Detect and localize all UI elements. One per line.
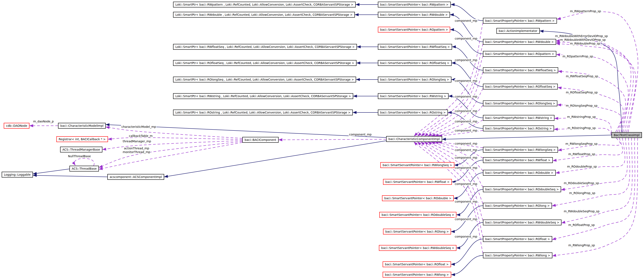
edge-label-component-mp: component_mp <box>454 58 478 62</box>
edge-label-m-rodoubleprop-sp: m_ROdoubleProp_sp <box>567 165 597 168</box>
edge-label-m-daonode-p: m_daoNode_p <box>33 120 54 123</box>
class-node-smartpropertypointer-rwpattern[interactable]: baci::SmartPropertyPointer< baci::RWpatt… <box>483 18 557 24</box>
class-node-cdb-daonode[interactable]: cdb::DAONode <box>4 123 30 129</box>
class-node-smartservantpointer-ropattern[interactable]: baci::SmartServantPointer< baci::ROpatte… <box>378 27 450 32</box>
class-node-bacicomponent[interactable]: baci::BACIComponent <box>242 137 278 143</box>
edge-label-component-mp: component_mp <box>454 19 478 22</box>
edge-label-component-mp: component_mp <box>454 218 478 221</box>
edge-label-m-rwlongprop-sp: m_RWlongProp_sp <box>568 244 595 247</box>
class-node-acscomponentimpl[interactable]: acscomponent::ACSComponentImpl <box>107 174 164 180</box>
class-node-smartpropertypointer-ropattern[interactable]: baci::SmartPropertyPointer< baci::ROpatt… <box>483 51 556 57</box>
edge-label-component-mp: component_mp <box>454 109 478 113</box>
edge-label-m-rostringprop-sp: m_ROstringProp_sp <box>567 126 596 130</box>
edge-label-m-rwdoubleprop-sp: m_RWdoubleProp_sp <box>570 42 601 45</box>
class-node-loki-smartptr-rostring[interactable]: Loki::SmartPtr< baci::ROstring , Loki::R… <box>173 110 353 115</box>
class-node-smartpropertypointer-rolong[interactable]: baci::SmartPropertyPointer< baci::ROlong… <box>483 203 552 209</box>
class-node-characteristicmodelimpl[interactable]: baci::CharacteristicModelImpl <box>58 123 106 129</box>
edge-label-threadmanager-mp: threadManager_mp <box>122 140 152 143</box>
class-node-smartpropertypointer-rofloat[interactable]: baci::SmartPropertyPointer< baci::ROfloa… <box>483 236 552 242</box>
class-node-loki-smartptr-rwpattern[interactable]: Loki::SmartPtr< baci::RWpattern , Loki::… <box>173 2 356 7</box>
class-node-smartservantpointer-rwfloat[interactable]: baci::SmartServantPointer< baci::RWfloat… <box>383 179 452 185</box>
class-node-smartservantpointer-rofloat[interactable]: baci::SmartServantPointer< baci::ROfloat… <box>383 262 451 267</box>
class-node-smartpropertypointer-rofloatseq[interactable]: baci::SmartPropertyPointer< baci::ROfloa… <box>483 84 558 89</box>
edge-label-m-rwstringprop-sp: m_RWstringProp_sp <box>567 115 596 118</box>
class-node-smartpropertypointer-rwdoubleseq[interactable]: baci::SmartPropertyPointer< baci::RWdoub… <box>483 220 562 225</box>
class-node-registrar-bacicallback[interactable]: Registrar< int, BACICallback * > <box>56 136 108 142</box>
edge-label-component-mp: component_mp <box>454 37 478 40</box>
edge-label-characteristicmodel-mp: characteristicModel_mp <box>121 125 156 128</box>
class-node-loki-smartptr-rwfloatseq[interactable]: Loki::SmartPtr< baci::RWfloatSeq , Loki:… <box>173 44 357 50</box>
edge-label-m-rwdoubleseqprop-sp: m_RWdoubleSeqProp_sp <box>563 210 600 213</box>
edge-label-component-mp: component_mp <box>454 182 478 186</box>
edge-label-component-mp: component_mp <box>454 120 478 123</box>
edge-label-monitorthread-mp: monitorThread_mp <box>122 150 151 154</box>
class-node-smartservantpointer-rodoubleseq[interactable]: baci::SmartServantPointer< baci::ROdoubl… <box>379 212 456 218</box>
collaboration-diagram: Loki::SmartPtr< baci::RWpattern , Loki::… <box>0 0 644 279</box>
class-node-smartpropertypointer-rwdouble[interactable]: baci::SmartPropertyPointer< baci::RWdoub… <box>483 39 556 45</box>
class-node-smartservantpointer-rwlong[interactable]: baci::SmartServantPointer< baci::RWlong … <box>383 272 451 278</box>
edge-label-component-mp: component_mp <box>454 156 478 159</box>
edge-label-component-mp: component_mp <box>349 133 372 136</box>
edge-label-component-mp: component_mp <box>454 166 478 169</box>
class-node-smartpropertypointer-rwlong[interactable]: baci::SmartPropertyPointer< baci::RWlong… <box>483 253 552 258</box>
class-node-logging-loggable[interactable]: Logging::Loggable <box>2 172 33 178</box>
edge-label-component-mp: component_mp <box>454 148 478 152</box>
edge-label-m-rwdoublewithdevioprop-sp: m_RWdoubleWithDevIOProp_sp <box>560 38 606 41</box>
edge-label-actionthread-mp: actionThread_mp <box>124 147 150 150</box>
class-node-smartservantpointer-rolong[interactable]: baci::SmartServantPointer< baci::ROlong … <box>383 229 451 235</box>
class-node-smartpropertypointer-rwfloat[interactable]: baci::SmartPropertyPointer< baci::RWfloa… <box>483 157 553 163</box>
class-node-smartpropertypointer-rostring[interactable]: baci::SmartPropertyPointer< baci::ROstri… <box>483 126 554 131</box>
class-node-smartpropertypointer-rwfloatseq[interactable]: baci::SmartPropertyPointer< baci::RWfloa… <box>483 67 558 73</box>
edge-label-m-ropatternprop-sp: m_ROpatternProp_sp <box>562 55 594 58</box>
edge-label-m-rodoubleseqprop-sp: m_ROdoubleSeqProp_sp <box>563 181 600 185</box>
edge-label-m-rolongprop-sp: m_ROlongProp_sp <box>569 191 596 195</box>
edge-label-m-rwdoublewitherrordevioprop-sp: m_RWdoubleWithErrorDevIOProp_sp <box>555 34 608 38</box>
class-node-bacitestclassimpl[interactable]: BaciTestClassImpl <box>612 132 642 138</box>
class-node-acs-threadbase[interactable]: ACS::ThreadBase <box>70 166 99 172</box>
edge-label-m-rofloatprop-sp: m_ROfloatProp_sp <box>568 223 595 227</box>
edge-label-m-rwlongseqprop-sp: m_RWlongSeqProp_sp <box>565 142 598 145</box>
edge-label-nullthreadbase: NullThreadBase <box>68 155 91 158</box>
edge-label-component-mp: component_mp <box>454 142 478 145</box>
edge-label-m-rwfloatseqprop-sp: m_RWfloatSeqProp_sp <box>566 75 598 78</box>
edge-label-component-mp: component_mp <box>454 95 478 98</box>
class-node-smartpropertypointer-rwstring[interactable]: baci::SmartPropertyPointer< baci::RWstri… <box>483 115 554 121</box>
class-node-smartservantpointer-rwlongseq[interactable]: baci::SmartServantPointer< baci::RWlongS… <box>380 162 454 168</box>
class-node-loki-smartptr-rwdouble[interactable]: Loki::SmartPtr< baci::RWdouble , Loki::R… <box>173 12 355 17</box>
class-node-smartservantpointer-rodouble[interactable]: baci::SmartServantPointer< baci::ROdoubl… <box>382 195 454 201</box>
class-node-smartpropertypointer-rwlongseq[interactable]: baci::SmartPropertyPointer< baci::RWlong… <box>483 147 558 153</box>
class-node-smartservantpointer-rofloatseq[interactable]: baci::SmartServantPointer< baci::ROfloat… <box>378 60 452 66</box>
edge-label-callbacktable-m: callbackTable_m <box>128 134 153 138</box>
class-node-characteristiccomponentimpl[interactable]: baci::CharacteristicComponentImpl <box>386 136 442 142</box>
class-node-smartservantpointer-rostring[interactable]: baci::SmartServantPointer< baci::ROstrin… <box>378 110 448 115</box>
edge-label-component-mp: component_mp <box>454 79 478 82</box>
class-node-smartpropertypointer-rodoubleseq[interactable]: baci::SmartPropertyPointer< baci::ROdoub… <box>483 186 561 192</box>
edge-label-m-rofloatseqprop-sp: m_ROfloatSeqProp_sp <box>566 91 598 94</box>
class-node-smartservantpointer-rwdoubleseq[interactable]: baci::SmartServantPointer< baci::RWdoubl… <box>379 245 456 251</box>
class-node-smartservantpointer-rwfloatseq[interactable]: baci::SmartServantPointer< baci::RWfloat… <box>378 44 452 50</box>
edge-label-component-mp: component_mp <box>454 200 478 203</box>
class-node-loki-smartptr-rofloatseq[interactable]: Loki::SmartPtr< baci::ROfloatSeq , Loki:… <box>173 60 356 66</box>
edge-label-m-rolongseqprop-sp: m_ROlongSeqProp_sp <box>566 104 598 107</box>
edge-label-component-mp: component_mp <box>454 129 478 132</box>
class-node-smartservantpointer-rwstring[interactable]: baci::SmartServantPointer< baci::RWstrin… <box>378 93 448 99</box>
class-node-loki-smartptr-rolongseq[interactable]: Loki::SmartPtr< baci::ROlongSeq , Loki::… <box>173 77 356 82</box>
class-node-smartservantpointer-rwdouble[interactable]: baci::SmartServantPointer< baci::RWdoubl… <box>378 12 450 17</box>
edge-label-component-mp: component_mp <box>454 235 478 238</box>
class-node-acs-threadmanagerbase[interactable]: ACS::ThreadManagerBase <box>60 147 102 152</box>
edge-label-m-rwpatternprop-sp: m_RWpatternProp_sp <box>570 9 601 13</box>
class-node-smartservantpointer-rwpattern[interactable]: baci::SmartServantPointer< baci::RWpatte… <box>378 2 451 7</box>
class-node-actionimplementator[interactable]: baci::ActionImplementator <box>496 28 540 34</box>
edge-label-m-rwfloatprop-sp: m_RWfloatProp_sp <box>568 152 596 156</box>
class-node-smartpropertypointer-rodouble[interactable]: baci::SmartPropertyPointer< baci::ROdoub… <box>483 170 556 176</box>
class-node-smartservantpointer-rolongseq[interactable]: baci::SmartServantPointer< baci::ROlongS… <box>378 77 452 82</box>
class-node-loki-smartptr-rwstring[interactable]: Loki::SmartPtr< baci::RWstring , Loki::R… <box>173 93 353 99</box>
class-node-smartpropertypointer-rolongseq[interactable]: baci::SmartPropertyPointer< baci::ROlong… <box>483 100 557 106</box>
